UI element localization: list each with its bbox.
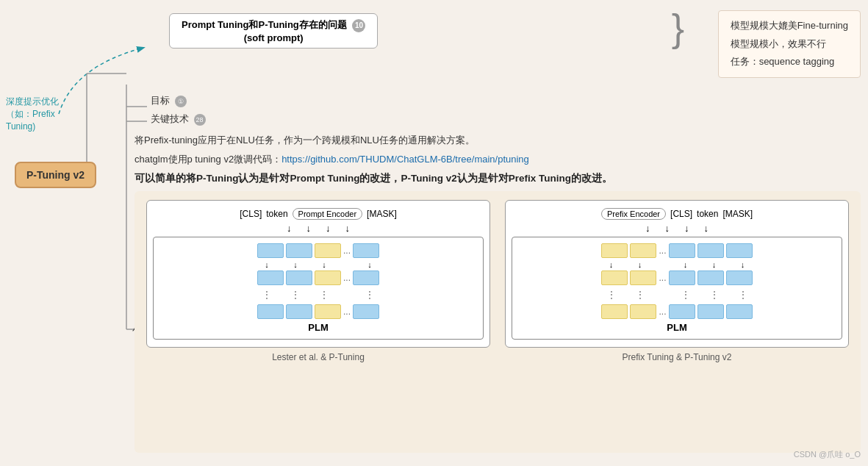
badge-1: ① xyxy=(175,96,187,107)
grid-row: ... xyxy=(517,304,837,319)
sub-item-2: 关键技术 28 xyxy=(151,112,206,126)
ptuning-v2-box: P-Tuning v2 xyxy=(15,162,96,188)
badge-2: 28 xyxy=(194,114,206,126)
left-arrows-row: ↓ ↓ ↓ ↓ xyxy=(153,223,484,234)
brace-symbol: } xyxy=(672,9,684,47)
left-plm-label: PLM xyxy=(158,322,478,333)
grid-row: ... xyxy=(517,243,837,258)
grid-row: ... xyxy=(158,304,478,319)
grid-row: ⋮ ⋮ ⋮ ⋮ ⋮ xyxy=(517,287,837,302)
right-token-row: Prefix Encoder [CLS] token [MASK] xyxy=(512,208,842,220)
grid-row: ... xyxy=(517,270,837,285)
annotation-box: 模型规模大媲美Fine-turning 模型规模小，效果不行 任务：sequen… xyxy=(718,10,861,78)
left-caption: Lester et al. & P-Tuning xyxy=(146,352,490,362)
text-line-3: 可以简单的将P-Tuning认为是针对Prompt Tuning的改进，P-Tu… xyxy=(134,172,612,185)
left-diagram-inner: [CLS] token Prompt Encoder [MASK] ↓ ↓ ↓ … xyxy=(146,200,490,348)
mid-arrows: ↓ ↓ ↓ ↓ xyxy=(158,260,478,269)
text-line-1: 将Prefix-tuning应用于在NLU任务，作为一个跨规模和NLU任务的通用… xyxy=(134,134,475,147)
text-line-2: chatglm使用p tuning v2微调代码：https://github.… xyxy=(134,153,529,166)
watermark: CSDN @爪哇 o_O xyxy=(794,449,861,460)
left-label: 深度提示优化（如：Prefix Tuning) xyxy=(6,96,65,132)
sub-item-1: 目标 ① xyxy=(151,94,187,107)
grid-row: ... xyxy=(158,270,478,285)
right-diagram-panel: Prefix Encoder [CLS] token [MASK] ↓ ↓ ↓ … xyxy=(505,200,849,444)
grid-row: ... xyxy=(158,243,478,258)
grid-row: ⋮ ⋮ ⋮ ⋮ xyxy=(158,287,478,302)
left-diagram-panel: [CLS] token Prompt Encoder [MASK] ↓ ↓ ↓ … xyxy=(146,200,490,444)
right-caption: Prefix Tuning & P-Tuning v2 xyxy=(505,352,849,362)
right-diagram-inner: Prefix Encoder [CLS] token [MASK] ↓ ↓ ↓ … xyxy=(505,200,849,348)
left-token-row: [CLS] token Prompt Encoder [MASK] xyxy=(153,208,484,220)
left-plm-box: ... ↓ ↓ ↓ ↓ xyxy=(153,237,484,340)
right-plm-box: ... ↓ ↓ ↓ ↓ ↓ xyxy=(512,237,842,340)
diagram-area: [CLS] token Prompt Encoder [MASK] ↓ ↓ ↓ … xyxy=(134,191,861,453)
right-arrows-row: ↓ ↓ ↓ ↓ xyxy=(512,223,842,234)
main-container: 深度提示优化（如：Prefix Tuning) P-Tuning v2 Prom… xyxy=(0,0,868,466)
mid-arrows: ↓ ↓ ↓ ↓ ↓ xyxy=(517,260,837,269)
prompt-tuning-box: Prompt Tuning和P-Tuning存在的问题 10 (soft pro… xyxy=(169,13,378,49)
top-badge: 10 xyxy=(352,19,365,32)
right-plm-label: PLM xyxy=(517,322,837,333)
